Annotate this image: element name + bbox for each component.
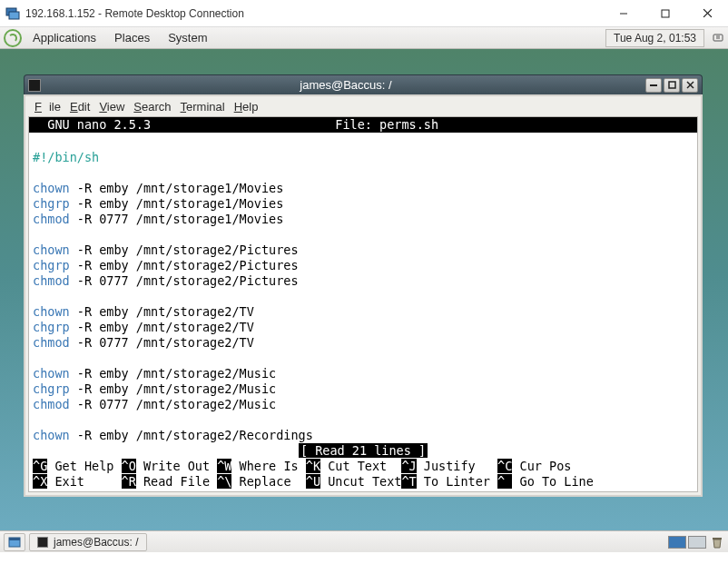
terminal-titlebar[interactable]: james@Baccus: / (24, 74, 703, 94)
terminal-window: james@Baccus: / File Edit View Search Te… (24, 74, 703, 497)
svg-rect-15 (713, 538, 722, 539)
nano-shortcut-bar: ^G Get Help ^O Write Out ^W Where Is ^K … (29, 459, 697, 491)
taskbar-item-terminal[interactable]: james@Baccus: / (29, 533, 147, 551)
term-menu-file[interactable]: File (31, 98, 64, 115)
gnome-top-panel: Applications Places System Tue Aug 2, 01… (0, 27, 728, 49)
terminal-title-text: james@Baccus: / (46, 78, 645, 92)
term-menu-terminal[interactable]: Terminal (177, 98, 229, 115)
terminal-menubar: File Edit View Search Terminal Help (25, 96, 701, 116)
menu-places[interactable]: Places (107, 28, 157, 47)
rdp-icon (5, 6, 20, 21)
term-menu-edit[interactable]: Edit (66, 98, 93, 115)
windows-close-button[interactable] (686, 0, 728, 26)
terminal-icon (37, 537, 48, 548)
workspace-switcher[interactable] (668, 536, 706, 549)
terminal-icon (28, 79, 41, 92)
workspace-1[interactable] (668, 536, 686, 549)
menu-applications[interactable]: Applications (25, 28, 103, 47)
trash-icon[interactable] (710, 535, 724, 549)
show-desktop-button[interactable] (4, 533, 25, 551)
gnome-bottom-panel: james@Baccus: / (0, 530, 728, 552)
terminal-close-button[interactable] (682, 78, 698, 93)
nano-editor-area[interactable]: #!/bin/sh chown -R emby /mnt/storage1/Mo… (29, 133, 697, 443)
svg-rect-10 (669, 82, 675, 88)
svg-rect-1 (9, 12, 19, 19)
svg-rect-14 (9, 538, 20, 540)
panel-clock[interactable]: Tue Aug 2, 01:53 (605, 29, 704, 47)
notification-icon[interactable] (712, 32, 724, 45)
terminal-minimize-button[interactable] (645, 78, 662, 93)
term-menu-help[interactable]: Help (231, 98, 262, 115)
term-menu-view[interactable]: View (95, 98, 128, 115)
term-menu-search[interactable]: Search (130, 98, 174, 115)
menu-system[interactable]: System (161, 28, 214, 47)
svg-rect-3 (662, 10, 669, 17)
windows-minimize-button[interactable] (603, 0, 644, 26)
nano-status-line: [ Read 21 lines ] (29, 443, 697, 459)
windows-titlebar: 192.168.1.152 - Remote Desktop Connectio… (0, 0, 728, 27)
taskbar-item-label: james@Baccus: / (54, 536, 139, 549)
workspace-2[interactable] (688, 536, 706, 549)
nano-header: GNU nano 2.5.3 File: perms.sh (29, 117, 697, 133)
terminal-content[interactable]: GNU nano 2.5.3 File: perms.sh #!/bin/sh … (28, 116, 698, 492)
distro-logo-icon[interactable] (4, 29, 22, 47)
desktop-background: james@Baccus: / File Edit View Search Te… (0, 49, 728, 552)
windows-title-text: 192.168.1.152 - Remote Desktop Connectio… (25, 7, 603, 20)
windows-maximize-button[interactable] (644, 0, 686, 26)
terminal-maximize-button[interactable] (664, 78, 680, 93)
